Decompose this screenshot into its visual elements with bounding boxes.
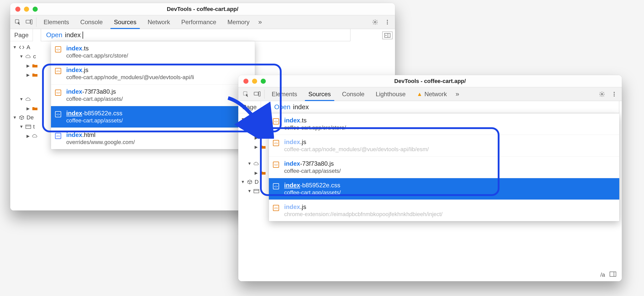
tab-console[interactable]: Console [336, 87, 370, 101]
tab-console[interactable]: Console [75, 15, 108, 29]
close-window-button[interactable] [243, 79, 248, 84]
result-filename: index.html [66, 131, 135, 138]
file-css-icon: <> [272, 183, 280, 190]
panel-tabs: Elements Console Sources Network Perform… [38, 15, 265, 29]
sidebar-tab-page[interactable]: Page [238, 101, 261, 113]
kebab-icon[interactable] [609, 89, 620, 99]
tab-lighthouse[interactable]: Lighthouse [370, 87, 411, 101]
tab-elements[interactable]: Elements [38, 15, 75, 29]
tree-row[interactable]: ▶ [241, 142, 266, 151]
svg-marker-9 [386, 35, 387, 36]
svg-text:<>: <> [274, 185, 278, 188]
open-result[interactable]: <> index.html overrides/www.google.com/ [51, 128, 255, 149]
gear-icon[interactable] [596, 89, 608, 99]
svg-text:<>: <> [56, 134, 60, 138]
gear-icon[interactable] [370, 17, 381, 27]
cloud-icon [25, 96, 32, 102]
open-result[interactable]: <> index-b859522e.css coffee-cart.app/as… [51, 106, 255, 128]
svg-rect-7 [385, 33, 390, 37]
minimize-window-button[interactable] [252, 79, 257, 84]
tree-row[interactable]: ▶ [13, 104, 38, 113]
result-path: chrome-extension://eimadpbcbfnmbkopoojfe… [284, 211, 442, 218]
open-result[interactable]: <> index-73f73a80.js coffee-cart.app/ass… [269, 157, 619, 178]
tab-performance[interactable]: Performance [176, 15, 222, 29]
svg-rect-2 [31, 20, 32, 24]
device-toggle-icon[interactable] [23, 17, 35, 27]
svg-text:<>: <> [274, 120, 278, 123]
open-prefix: Open [274, 103, 291, 111]
svg-point-6 [387, 23, 388, 24]
result-path: coffee-cart.app/assets/ [66, 96, 123, 102]
window-title: DevTools - coffee-cart.app/ [238, 78, 622, 84]
tree-row[interactable]: ▼D [241, 177, 266, 187]
tree-row[interactable]: ▶ [241, 133, 266, 142]
tree-row[interactable]: ▼ [241, 187, 266, 196]
tree-row[interactable]: ▼De [13, 113, 38, 122]
tab-sources[interactable]: Sources [108, 15, 142, 29]
tab-sources[interactable]: Sources [303, 87, 336, 101]
result-filename: index.js [284, 203, 442, 210]
tab-elements[interactable]: Elements [266, 87, 303, 101]
svg-text:<>: <> [56, 69, 60, 73]
command-menu-input[interactable]: Open index [269, 101, 619, 113]
open-result[interactable]: <> index.js chrome-extension://eimadpbcb… [269, 200, 619, 221]
svg-point-3 [374, 21, 376, 23]
file-tree: ▼A ▼ ▶ ▶ ▼ ▶ ▼D ▼ [241, 115, 266, 196]
open-result[interactable]: <> index.ts coffee-cart.app/src/store/ [51, 41, 255, 63]
devtools-window-2: DevTools - coffee-cart.app/ Elements Sou… [238, 75, 622, 281]
svg-text:<>: <> [56, 113, 60, 116]
open-result[interactable]: <> index.js coffee-cart.app/node_modules… [51, 63, 255, 84]
maximize-window-button[interactable] [33, 7, 38, 12]
sidebar-tab-page[interactable]: Page [10, 29, 33, 41]
result-path: coffee-cart.app/assets/ [66, 117, 123, 124]
result-filename: index-73f73a80.js [284, 160, 341, 167]
open-result[interactable]: <> index.js coffee-cart.app/node_modules… [269, 135, 619, 157]
result-filename: index-b859522e.css [284, 182, 341, 189]
tab-network[interactable]: Network [142, 15, 176, 29]
more-tabs-icon[interactable]: » [452, 90, 462, 98]
tree-row[interactable]: ▼ [241, 159, 266, 168]
tree-row[interactable]: ▼A [13, 43, 38, 52]
file-html-icon: <> [55, 132, 62, 139]
text-caret [83, 32, 83, 39]
tree-row[interactable]: ▼c [13, 52, 38, 61]
device-toggle-icon[interactable] [252, 89, 263, 99]
minimize-window-button[interactable] [24, 7, 29, 12]
sidebar-toggle-icon[interactable] [610, 272, 616, 278]
open-result[interactable]: <> index-b859522e.css coffee-cart.app/as… [269, 178, 619, 200]
open-result[interactable]: <> index-73f73a80.js coffee-cart.app/ass… [51, 84, 255, 106]
result-path: coffee-cart.app/src/store/ [284, 124, 346, 131]
open-dropdown: <> index.ts coffee-cart.app/src/store/ <… [269, 113, 619, 221]
tab-memory[interactable]: Memory [222, 15, 255, 29]
open-result[interactable]: <> index.ts coffee-cart.app/src/store/ [269, 113, 619, 135]
tree-row[interactable]: ▼A [241, 115, 266, 124]
tree-row[interactable]: ▶ [13, 70, 38, 79]
close-window-button[interactable] [15, 7, 20, 12]
cloud-icon [253, 126, 260, 131]
command-menu-input[interactable]: Open index [41, 29, 350, 41]
file-js-icon: <> [272, 139, 280, 147]
tree-row[interactable]: ▼t [13, 122, 38, 131]
footer: /a [600, 272, 616, 278]
tab-network[interactable]: ▲Network [411, 87, 453, 101]
toggle-drawer-icon[interactable] [382, 32, 392, 39]
tree-row[interactable]: ▶ [13, 61, 38, 70]
svg-rect-23 [254, 92, 258, 95]
kebab-icon[interactable] [382, 17, 393, 27]
result-filename: index-b859522e.css [66, 110, 123, 117]
tree-row[interactable]: ▼ [241, 124, 266, 133]
svg-rect-24 [259, 92, 260, 96]
tree-row[interactable]: ▶ [13, 131, 38, 140]
maximize-window-button[interactable] [261, 79, 266, 84]
more-tabs-icon[interactable]: » [255, 18, 265, 26]
folder-icon [32, 63, 38, 68]
code-icon [246, 117, 253, 122]
open-query: index [293, 103, 309, 111]
svg-point-4 [387, 20, 388, 21]
tree-row[interactable]: ▼ [13, 95, 38, 104]
file-js-icon: <> [55, 46, 62, 53]
inspect-icon[interactable] [240, 89, 252, 99]
tree-row[interactable]: ▶ [241, 168, 266, 177]
cloud-icon [32, 133, 38, 139]
inspect-icon[interactable] [12, 17, 23, 27]
